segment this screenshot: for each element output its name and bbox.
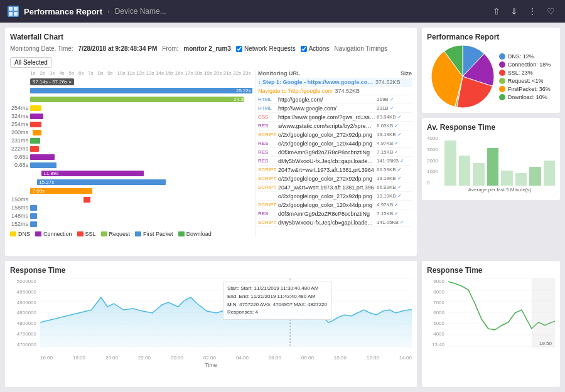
bar-container-15 bbox=[30, 205, 252, 211]
bar-container-10 bbox=[30, 162, 252, 168]
yaxis-0: 0 bbox=[427, 180, 438, 186]
legend-download-label: Download bbox=[186, 231, 212, 237]
url-row-17: SCRIPTdMy5bWxooU-fx.Jeq/cb=gapi.loaded_0… bbox=[258, 218, 412, 227]
share-icon[interactable]: ⇧ bbox=[490, 4, 503, 19]
yaxis-4000: 4000 bbox=[427, 135, 438, 141]
perf-report-panel: Performance Report DNS: 12% Connection: … bbox=[422, 28, 560, 113]
bar-row-5: 254ms bbox=[10, 120, 252, 128]
url-list-header: Monitoring URL Size bbox=[258, 70, 412, 77]
rt-br-yaxis: 9000 8000 7000 6000 5000 4000 13:40 bbox=[427, 278, 446, 347]
bar-label-16: 148ms bbox=[10, 213, 30, 219]
tooltip-min: MIN: 4757220 AVG: 4704957 MAX: 4827220 bbox=[227, 301, 327, 309]
tick-21s: 21s bbox=[223, 70, 233, 76]
waterfall-bars-area: 1s 2s 3s 4s 5s 6s 7s 8s 9s 10s 11s 12s 1… bbox=[10, 70, 252, 237]
bar-container-11: 11.89s bbox=[30, 171, 252, 176]
tick-22s: 22s bbox=[233, 70, 242, 76]
legend-firstpacket-label: First Packet bbox=[143, 231, 173, 237]
legend-request-label: Request bbox=[109, 231, 131, 237]
menu-icon[interactable]: ⋮ bbox=[525, 4, 539, 19]
network-requests-check[interactable]: Network Requests bbox=[236, 45, 296, 52]
svg-rect-19 bbox=[532, 278, 555, 347]
tick-6s: 6s bbox=[78, 70, 88, 76]
tick-19s: 19s bbox=[204, 70, 213, 76]
page-title: Performance Report bbox=[24, 7, 102, 16]
av-bar-3 bbox=[473, 163, 485, 186]
legend-firstpacket: First Packet bbox=[135, 231, 173, 237]
bar-container-8 bbox=[30, 146, 252, 152]
pie-request-label: Request: <1% bbox=[508, 78, 544, 84]
legend-download-dot bbox=[178, 231, 185, 236]
bar-label-6: 200ms bbox=[10, 129, 30, 135]
bar-row-6: 200ms bbox=[10, 129, 252, 136]
legend-dns-dot bbox=[10, 231, 16, 236]
actions-checkbox[interactable] bbox=[301, 46, 307, 52]
download-icon[interactable]: ⇓ bbox=[508, 4, 520, 19]
y-5000000: 5000000 bbox=[10, 278, 36, 284]
av-response-title: Av. Response Time bbox=[427, 123, 555, 132]
bar-label-14: 150ms bbox=[10, 196, 30, 203]
x-1800: 18:00 bbox=[73, 355, 85, 361]
url-row-6: RESs/www.gstatic.com/scripts/by2/xpremiu… bbox=[258, 122, 412, 130]
logo bbox=[8, 6, 19, 17]
bar-label-4: 324ms bbox=[10, 113, 30, 119]
chat-icon[interactable]: ♡ bbox=[544, 4, 557, 19]
tick-16s: 16s bbox=[175, 70, 185, 76]
tooltip-responses: Responses: 4 bbox=[227, 309, 327, 317]
bar-fill-14 bbox=[83, 197, 90, 203]
url-row-10: RESdMy5bWxooU-fx.Jeq/cb=gapi.loaded_0141… bbox=[258, 157, 412, 166]
av-response-bars bbox=[444, 135, 555, 186]
svg-rect-3 bbox=[14, 12, 18, 16]
monitoring-value: 7/28/2018 at 9:28:48:34 PM bbox=[78, 45, 158, 52]
bar-container-5 bbox=[30, 122, 252, 127]
timeline-ticks: 1s 2s 3s 4s 5s 6s 7s 8s 9s 10s 11s 12s 1… bbox=[30, 70, 252, 76]
breadcrumb-separator: › bbox=[107, 8, 110, 15]
url-step-size: 374.52KB bbox=[375, 79, 401, 85]
bar-fill-3 bbox=[30, 105, 41, 111]
tick-8s: 8s bbox=[98, 70, 107, 76]
pie-chart-area: DNS: 12% Connection: 18% SSL: 23% Reques… bbox=[427, 45, 555, 108]
svg-rect-1 bbox=[14, 7, 18, 11]
bar-row-2: 24.38s bbox=[10, 95, 252, 103]
bar-label-8: 222ms bbox=[10, 146, 30, 152]
size-col: Size bbox=[401, 70, 412, 77]
device-name: Device Name... bbox=[115, 7, 166, 16]
yaxis-2000: 2000 bbox=[427, 158, 438, 164]
av-bar-6 bbox=[515, 173, 527, 186]
network-requests-checkbox[interactable] bbox=[236, 46, 242, 52]
x-1600: 16:00 bbox=[40, 355, 53, 361]
pie-chart bbox=[431, 45, 494, 108]
url-row-4: HTMLhttp://www.google.com/231B✓ bbox=[258, 104, 412, 113]
url-rows: HTMLhttp://google.com/219B✓HTMLhttp://ww… bbox=[258, 95, 412, 227]
yaxis-3000: 3000 bbox=[427, 147, 438, 152]
bar-time-11: 11.89s bbox=[43, 171, 58, 176]
all-selected-dropdown[interactable]: All Selected bbox=[10, 57, 52, 68]
legend-connection-dot bbox=[35, 231, 41, 236]
bar-row-10: 0.68s bbox=[10, 161, 252, 169]
waterfall-legend: DNS Connection SSL Request bbox=[10, 231, 252, 237]
actions-check[interactable]: Actions bbox=[301, 45, 330, 52]
legend-ssl-pie: SSL: 23% bbox=[499, 70, 551, 76]
url-navigate-text: Navigate to 'http://google.com' bbox=[258, 88, 334, 94]
legend-ssl-label: SSL bbox=[85, 231, 96, 237]
av-bar-4 bbox=[487, 148, 499, 186]
bar-label-5: 254ms bbox=[10, 121, 30, 127]
url-row-11: SCRIPT2047w&rt=wsrt.1973.aft.1381.prt.39… bbox=[258, 166, 412, 174]
bar-container-17 bbox=[30, 221, 252, 227]
y-4750000: 4750000 bbox=[10, 331, 36, 337]
url-navigate-size: 374.52KB bbox=[335, 88, 360, 94]
av-response-chart: 4000 3000 2000 1000 0 Average per las bbox=[427, 135, 555, 195]
bar-time-13: 7.09s bbox=[33, 188, 45, 194]
x-0000: 00:00 bbox=[171, 355, 183, 361]
bar-container-16 bbox=[30, 213, 252, 219]
legend-dns: DNS bbox=[10, 231, 30, 237]
bar-fill-16 bbox=[30, 213, 37, 219]
legend-download: Download bbox=[178, 231, 212, 237]
legend-dns-pie: DNS: 12% bbox=[499, 53, 551, 60]
x-0200: 02:00 bbox=[203, 355, 216, 361]
response-bl-xlabel: Time bbox=[10, 362, 412, 368]
pie-download-label: Download: 10% bbox=[508, 94, 547, 100]
av-response-panel: Av. Response Time 4000 3000 2000 1000 0 bbox=[422, 118, 560, 200]
nav-timings-label: Navigation Timings bbox=[334, 45, 387, 52]
tooltip-start: Start: Start: 11/21/2019 11:30:40.480 AM bbox=[227, 285, 327, 293]
legend-ssl-dot bbox=[77, 231, 83, 236]
